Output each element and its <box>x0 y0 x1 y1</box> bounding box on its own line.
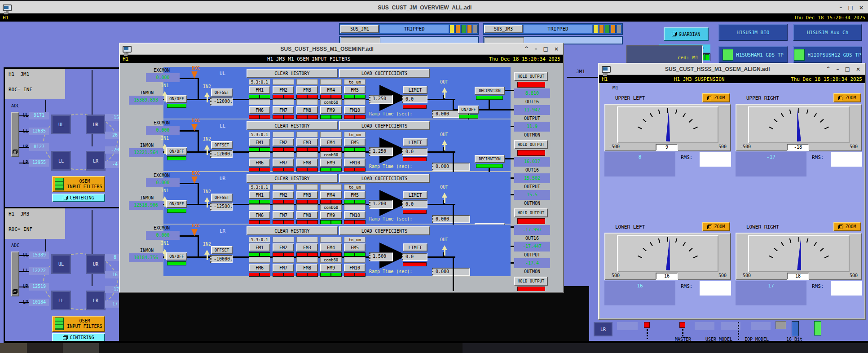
gain-entry[interactable]: 1.250 <box>369 147 393 156</box>
close-icon[interactable]: × <box>554 46 559 52</box>
fm-button[interactable]: FM7 <box>273 106 294 114</box>
fm-button[interactable]: FM8 <box>296 211 318 219</box>
input-onoff-button[interactable]: ON/OFF <box>166 95 187 103</box>
centering-button[interactable]: CENTERING <box>52 194 105 202</box>
gain-entry[interactable]: 1.500 <box>369 252 393 261</box>
hold-output-button[interactable]: HOLD OUTPUT <box>514 72 548 81</box>
hold-output-button[interactable]: HOLD OUTPUT <box>514 277 548 286</box>
fm-button[interactable]: FM7 <box>273 211 294 219</box>
fm-button[interactable]: FM6 <box>249 106 270 114</box>
zoom-button[interactable]: ZOOM <box>702 222 730 231</box>
limit-button[interactable]: LIMIT <box>403 243 427 252</box>
fm-button[interactable]: FM9 <box>320 159 342 167</box>
offset-entry[interactable]: -12500. <box>210 203 233 211</box>
fm-button[interactable]: FM1 <box>249 86 270 94</box>
gain-entry[interactable]: 1.200 <box>369 200 393 209</box>
decimation-button[interactable]: DECIMATION <box>475 155 505 163</box>
close-icon[interactable]: × <box>859 4 864 11</box>
fm-button[interactable]: FM4 <box>320 191 342 199</box>
sus-model-button[interactable]: SUS_JM1 <box>340 25 379 33</box>
fm-button[interactable]: FM3 <box>296 138 318 146</box>
fm-button[interactable]: FM9 <box>320 264 342 272</box>
aux-screen-button[interactable]: H1SUSJM BIO <box>718 24 788 41</box>
gauge-value-entry[interactable]: -18 <box>787 144 809 151</box>
fm-button[interactable]: FM10 <box>344 159 366 167</box>
osem-square[interactable]: UL <box>51 115 71 134</box>
osem-square[interactable]: LL <box>51 291 71 310</box>
fm-button[interactable]: FM3 <box>296 86 318 94</box>
minimize-icon[interactable]: – <box>837 66 839 72</box>
shade-icon[interactable]: ^ <box>826 66 831 72</box>
hold-output-button[interactable]: HOLD OUTPUT <box>514 208 548 217</box>
limit-entry[interactable]: 0.0 <box>402 200 427 208</box>
fm-button[interactable]: FM5 <box>344 86 366 94</box>
input-onoff-button[interactable]: ON/OFF <box>166 200 187 208</box>
zoom-button[interactable]: ZOOM <box>702 93 730 102</box>
load-coefficients-button[interactable]: LOAD COEFFICIENTS <box>339 226 430 235</box>
fm-button[interactable]: FM3 <box>296 191 318 199</box>
clear-history-button[interactable]: CLEAR HISTORY <box>247 174 338 183</box>
minimize-icon[interactable]: – <box>535 46 538 52</box>
gauge-value-entry[interactable]: 9 <box>656 144 678 151</box>
offset-button[interactable]: OFFSET <box>211 141 233 149</box>
clear-history-button[interactable]: CLEAR HISTORY <box>247 69 338 78</box>
maximize-icon[interactable]: □ <box>543 46 548 52</box>
gds-tp-button[interactable]: H1SUSHAM1 GDS TP <box>718 46 788 63</box>
guardian-button[interactable]: GUARDIAN <box>664 27 709 41</box>
input-onoff-button[interactable]: ON/OFF <box>166 252 187 260</box>
offset-entry[interactable]: -12000. <box>210 97 233 106</box>
fm-button[interactable]: FM7 <box>273 159 294 167</box>
fm-button[interactable]: FM5 <box>344 138 366 146</box>
fm-button[interactable]: FM4 <box>320 138 342 146</box>
fm-button[interactable]: FM7 <box>273 264 294 272</box>
sus-model-button[interactable]: SUS_JM3 <box>484 25 523 33</box>
offset-button[interactable]: OFFSET <box>211 246 233 254</box>
fm-button[interactable]: FM4 <box>320 243 342 252</box>
jm1-tab-label[interactable]: JM1 <box>576 69 585 75</box>
gauge-value-entry[interactable]: 18 <box>787 273 809 280</box>
fm-button[interactable]: FM1 <box>249 138 270 146</box>
gain-entry[interactable]: 1.250 <box>369 95 393 104</box>
limit-button[interactable]: LIMIT <box>403 191 427 199</box>
fm-button[interactable]: FM10 <box>344 211 366 219</box>
input-onoff-button[interactable]: ON/OFF <box>166 147 187 155</box>
fm-button[interactable]: FM8 <box>296 159 318 167</box>
offset-button[interactable]: OFFSET <box>211 88 233 97</box>
fm-button[interactable]: FM1 <box>249 191 270 199</box>
osem-square[interactable]: UR <box>86 115 106 134</box>
clear-history-button[interactable]: CLEAR HISTORY <box>247 121 338 130</box>
fm-button[interactable]: FM5 <box>344 243 366 252</box>
fm-button[interactable]: FM2 <box>273 243 294 252</box>
limit-entry[interactable]: 0.0 <box>402 95 427 103</box>
offset-button[interactable]: OFFSET <box>211 194 233 202</box>
load-coefficients-button[interactable]: LOAD COEFFICIENTS <box>339 121 430 130</box>
fm-button[interactable]: FM10 <box>344 106 366 114</box>
osem-square[interactable]: LL <box>51 151 71 171</box>
fm-button[interactable]: FM4 <box>320 86 342 94</box>
fm-button[interactable]: FM2 <box>273 86 294 94</box>
limit-entry[interactable]: 0.0 <box>402 253 427 261</box>
osem-square[interactable]: UR <box>86 254 106 274</box>
clear-history-button[interactable]: CLEAR HISTORY <box>247 226 338 235</box>
offset-entry[interactable]: -10000. <box>210 255 233 263</box>
offset-entry[interactable]: -12000. <box>210 150 233 158</box>
output-onoff-button[interactable]: ON/OFF <box>458 106 479 114</box>
shade-icon[interactable]: ^ <box>524 46 529 52</box>
limit-entry[interactable]: 0.0 <box>402 148 427 156</box>
gauge-value-entry[interactable]: 16 <box>656 273 678 280</box>
fm-button[interactable]: FM10 <box>344 264 366 272</box>
fm-button[interactable]: FM6 <box>249 211 270 219</box>
load-coefficients-button[interactable]: LOAD COEFFICIENTS <box>339 174 430 183</box>
fm-button[interactable]: FM9 <box>320 211 342 219</box>
maximize-icon[interactable]: □ <box>845 66 850 72</box>
fm-button[interactable]: FM5 <box>344 191 366 199</box>
gds-tp-button[interactable]: H1IOPSUSH12 GDS TP <box>793 46 862 63</box>
osem-square[interactable]: LR <box>86 151 106 171</box>
fm-button[interactable]: FM2 <box>273 191 294 199</box>
zoom-button[interactable]: ZOOM <box>833 222 861 231</box>
osem-input-filters-button[interactable]: OSEM INPUT FILTERS <box>52 316 105 332</box>
fm-button[interactable]: FM8 <box>296 264 318 272</box>
minimize-icon[interactable]: – <box>840 4 842 11</box>
osem-square[interactable]: LR <box>86 291 106 310</box>
load-coefficients-button[interactable]: LOAD COEFFICIENTS <box>339 69 430 78</box>
